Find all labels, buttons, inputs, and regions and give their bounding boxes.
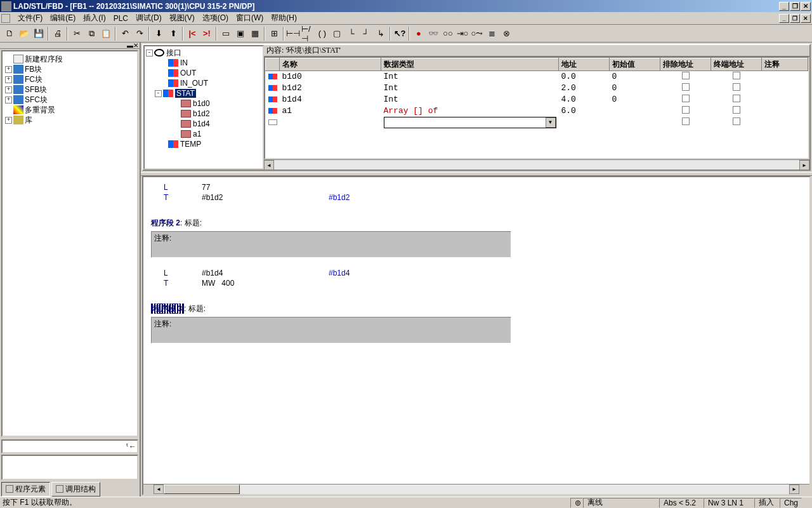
- network-icon[interactable]: ⊞: [267, 27, 281, 41]
- checkbox-icon[interactable]: [733, 117, 740, 125]
- dtree-var[interactable]: b1d0: [145, 98, 263, 109]
- download-icon[interactable]: ⬇: [152, 27, 166, 41]
- scroll-right-icon[interactable]: ►: [799, 160, 809, 170]
- stl-line[interactable]: T#b1d2#b1d2: [151, 192, 802, 203]
- redo-icon[interactable]: ↷: [133, 27, 147, 41]
- th-init[interactable]: 初始值: [610, 58, 660, 71]
- grid-hscroll[interactable]: ◄ ►: [264, 159, 809, 170]
- code-editor[interactable]: L77 T#b1d2#b1d2 程序段 2: 标题: 注释: L#b1d4#b1…: [142, 176, 811, 495]
- cell-addr[interactable]: 6.0: [559, 105, 610, 117]
- tree-item-sfc[interactable]: +SFC块: [3, 95, 137, 105]
- panel-pin-icon[interactable]: ▬: [127, 42, 133, 49]
- cell-name[interactable]: b1d2: [280, 83, 381, 94]
- menu-options[interactable]: 选项(O): [199, 11, 232, 25]
- tree-item-fb[interactable]: +FB块: [3, 64, 137, 74]
- menu-debug[interactable]: 调试(D): [132, 11, 166, 25]
- search-go-icon[interactable]: ᵗ←: [126, 442, 137, 451]
- mdi-minimize-button[interactable]: _: [779, 14, 789, 23]
- glasses-icon[interactable]: 👓: [426, 27, 440, 41]
- cell-excl[interactable]: [660, 117, 711, 128]
- copy-icon[interactable]: ⧉: [84, 27, 98, 41]
- table-row[interactable]: b1d2Int2.00: [266, 83, 808, 94]
- menu-file[interactable]: 文件(F): [14, 11, 46, 25]
- cell-comment[interactable]: [762, 94, 808, 105]
- connect-icon[interactable]: ↳: [374, 27, 388, 41]
- branch-open-icon[interactable]: └: [344, 27, 358, 41]
- stl-line[interactable]: TMW 400: [151, 278, 802, 288]
- tree-item-fc[interactable]: +FC块: [3, 74, 137, 84]
- mdi-close-button[interactable]: ✕: [801, 14, 811, 23]
- th-addr[interactable]: 地址: [559, 58, 610, 71]
- cell-term[interactable]: [711, 83, 762, 94]
- table-row[interactable]: b1d4Int4.00: [266, 94, 808, 105]
- project-tree[interactable]: 新建程序段 +FB块 +FC块 +SFB块 +SFC块 多重背景 +库: [1, 50, 138, 437]
- block-icon[interactable]: ▭: [219, 27, 233, 41]
- cell-addr[interactable]: 0.0: [559, 71, 610, 83]
- tree-item-new-network[interactable]: 新建程序段: [3, 54, 137, 64]
- network-title[interactable]: 程序段 2: 标题:: [151, 218, 802, 229]
- cell-init[interactable]: 0: [610, 94, 660, 105]
- comment-box[interactable]: 注释:: [151, 231, 511, 258]
- contact-icon[interactable]: ⊢⊣: [286, 27, 300, 41]
- checkbox-icon[interactable]: [682, 117, 690, 125]
- cell-term[interactable]: [711, 71, 762, 83]
- tab-call-structure[interactable]: 调用结构: [51, 482, 100, 497]
- cell-addr[interactable]: [559, 117, 610, 128]
- expand-icon[interactable]: +: [5, 86, 12, 93]
- collapse-icon[interactable]: -: [146, 50, 153, 57]
- checkbox-icon[interactable]: [682, 106, 690, 114]
- scroll-left-icon[interactable]: ◄: [154, 485, 164, 494]
- tree-item-sfb[interactable]: +SFB块: [3, 84, 137, 95]
- comment-box[interactable]: 注释:: [151, 317, 511, 344]
- cell-type[interactable]: Array [] of: [381, 105, 559, 117]
- save-icon[interactable]: 💾: [32, 27, 46, 41]
- code-body[interactable]: L77 T#b1d2#b1d2 程序段 2: 标题: 注释: L#b1d4#b1…: [143, 177, 809, 484]
- cell-init[interactable]: [610, 105, 660, 117]
- menu-help[interactable]: 帮助(H): [267, 11, 301, 25]
- stl-line[interactable]: L77: [151, 182, 802, 192]
- menu-window[interactable]: 窗口(W): [232, 11, 267, 25]
- tree-item-lib[interactable]: +库: [3, 115, 137, 125]
- cell-addr[interactable]: 2.0: [559, 83, 610, 94]
- checkbox-icon[interactable]: [682, 83, 690, 91]
- dtree-stat[interactable]: -STAT: [145, 88, 263, 98]
- checkbox-icon[interactable]: [733, 106, 740, 114]
- scroll-thumb[interactable]: [164, 485, 240, 494]
- open-icon[interactable]: 📂: [17, 27, 31, 41]
- cell-excl[interactable]: [660, 94, 711, 105]
- expand-icon[interactable]: +: [5, 97, 12, 104]
- mdi-restore-button[interactable]: ❐: [790, 14, 800, 23]
- tool-icon[interactable]: |<: [185, 27, 199, 41]
- dtree-var[interactable]: b1d2: [145, 109, 263, 119]
- scroll-track[interactable]: [164, 485, 789, 494]
- checkbox-icon[interactable]: [682, 72, 690, 79]
- tree-item-multi[interactable]: 多重背景: [3, 105, 137, 115]
- cell-type[interactable]: Int: [381, 71, 559, 83]
- tab-elements[interactable]: 程序元素: [1, 482, 50, 497]
- cell-name[interactable]: b1d0: [280, 71, 381, 83]
- tool-icon[interactable]: >!: [200, 27, 214, 41]
- dtree-inout[interactable]: IN_OUT: [145, 78, 263, 88]
- search-box[interactable]: ᵗ←: [1, 439, 138, 453]
- expand-icon[interactable]: +: [5, 66, 12, 73]
- editor-hscroll[interactable]: ◄ ►: [143, 484, 809, 494]
- maximize-button[interactable]: ❐: [790, 2, 800, 11]
- table-row[interactable]: a1Array [] of 6.0: [266, 105, 808, 117]
- cell-term[interactable]: [711, 105, 762, 117]
- checkbox-icon[interactable]: [682, 95, 690, 102]
- coil-icon[interactable]: ( ): [315, 27, 329, 41]
- table-row[interactable]: b1d0Int0.00: [266, 71, 808, 83]
- help-pointer-icon[interactable]: ↖?: [393, 27, 407, 41]
- monitor-icon[interactable]: ●: [412, 27, 426, 41]
- cell-comment[interactable]: [762, 105, 808, 117]
- cell-term[interactable]: [711, 117, 762, 128]
- branch-close-icon[interactable]: ┘: [359, 27, 373, 41]
- module-icon[interactable]: ▦: [248, 27, 262, 41]
- checkbox-icon[interactable]: [733, 83, 740, 91]
- menu-plc[interactable]: PLC: [110, 13, 132, 24]
- bp-skip-icon[interactable]: ○⤳: [470, 27, 484, 41]
- dtree-in[interactable]: IN: [145, 58, 263, 68]
- dtree-var[interactable]: a1: [145, 129, 263, 139]
- cell-term[interactable]: [711, 94, 762, 105]
- bp-icon[interactable]: ○○: [441, 27, 455, 41]
